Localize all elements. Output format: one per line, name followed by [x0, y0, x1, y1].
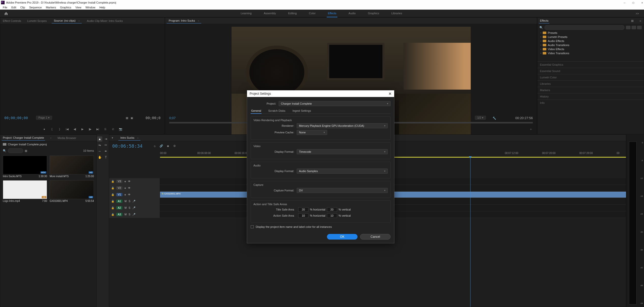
go-to-out-icon[interactable]: ▶| — [96, 127, 100, 131]
folder-audio-transitions[interactable]: ›Audio Transitions — [539, 43, 642, 47]
folder-audio-effects[interactable]: ›Audio Effects — [539, 39, 642, 43]
dialog-tab-ingest-settings[interactable]: Ingest Settings — [292, 108, 311, 114]
new-bin-icon[interactable]: ▦ — [630, 18, 635, 23]
panel-info[interactable]: Info — [537, 100, 644, 106]
marker-icon[interactable]: ◆ — [166, 144, 170, 148]
program-zoom-select[interactable]: 1/2 ▾ — [475, 116, 486, 120]
panel-markers[interactable]: Markers — [537, 87, 644, 93]
settings-icon[interactable]: ⚙ — [173, 144, 177, 148]
mute-icon[interactable]: M — [124, 213, 126, 216]
track-label[interactable]: V3 — [116, 180, 122, 183]
panel-essential-graphics[interactable]: Essential Graphics — [537, 61, 644, 68]
track-label[interactable]: V2 — [116, 186, 122, 190]
panel-menu-icon[interactable]: ≡ — [639, 18, 642, 23]
home-button[interactable] — [0, 11, 12, 16]
playhead[interactable] — [470, 158, 470, 307]
workspace-assembly[interactable]: Assembly — [263, 10, 277, 17]
eye-icon[interactable]: 👁 — [128, 193, 131, 196]
audio-display-format-select[interactable]: Audio Samples▾ — [297, 169, 388, 174]
folder-lumetri-presets[interactable]: ›Lumetri Presets — [539, 35, 642, 39]
eye-icon[interactable]: 👁 — [128, 187, 131, 189]
go-to-in-icon[interactable]: |◀ — [65, 127, 69, 131]
tab-audio-clip-mixer[interactable]: Audio Clip Mixer: Intro Sucks — [86, 18, 124, 23]
menu-markers[interactable]: Markers — [44, 6, 58, 9]
out-point-icon[interactable]: } — [58, 127, 62, 131]
title-safe-h-input[interactable] — [298, 207, 308, 212]
panel-menu-icon[interactable]: ≡ — [49, 136, 52, 140]
filter-icon[interactable]: ▦ — [25, 149, 27, 152]
capture-format-select[interactable]: DV▾ — [297, 188, 388, 193]
voice-icon[interactable]: 🎤 — [132, 213, 135, 216]
slip-tool[interactable]: ↔ — [97, 149, 102, 154]
workspace-audio[interactable]: Audio — [348, 10, 357, 17]
tab-lumetri-scopes[interactable]: Lumetri Scopes — [26, 18, 48, 23]
tab-project[interactable]: Project: Charger Install Complete — [2, 135, 45, 141]
eye-icon[interactable]: 👁 — [128, 180, 131, 183]
workspace-color[interactable]: Color — [308, 10, 317, 17]
track-label[interactable]: A3 — [116, 213, 122, 216]
window-minimize-button[interactable]: — — [624, 1, 625, 4]
action-safe-h-input[interactable] — [298, 213, 308, 218]
linked-selection-icon[interactable]: 🔗 — [159, 144, 163, 148]
video-display-format-select[interactable]: Timecode▾ — [297, 149, 388, 154]
effects-search-input[interactable] — [545, 25, 624, 30]
tab-effect-controls[interactable]: Effect Controls — [2, 18, 22, 23]
project-search-input[interactable] — [8, 148, 23, 153]
menu-sequence[interactable]: Sequence — [27, 6, 44, 9]
ok-button[interactable]: OK — [327, 234, 357, 240]
step-forward-icon[interactable]: |▶ — [88, 127, 92, 131]
accelerated-filter-icon[interactable] — [626, 26, 631, 29]
type-tool[interactable]: T — [103, 155, 108, 160]
voice-icon[interactable]: 🎤 — [132, 206, 135, 209]
button-editor-icon[interactable]: ＋ — [529, 127, 533, 131]
tab-effects[interactable]: Effects — [539, 18, 549, 23]
preview-cache-select[interactable]: None▾ — [297, 130, 327, 135]
track-label[interactable]: V1 — [116, 193, 122, 196]
play-icon[interactable]: ▶ — [80, 127, 84, 131]
window-maximize-button[interactable]: ▢ — [633, 1, 634, 4]
sync-lock-icon[interactable]: ⎈ — [124, 193, 126, 196]
workspace-overflow[interactable]: >> — [631, 12, 644, 15]
display-item-name-checkbox[interactable] — [251, 225, 254, 228]
hand-tool[interactable]: ✋ — [97, 155, 102, 160]
step-back-icon[interactable]: ◀| — [73, 127, 77, 131]
safe-margin-icon[interactable]: ▣ — [130, 116, 134, 120]
lock-icon[interactable]: 🔒 — [111, 200, 114, 203]
renderer-select[interactable]: Mercury Playback Engine GPU Acceleration… — [297, 123, 388, 128]
fit-icon[interactable]: ▦ — [125, 116, 129, 120]
lock-icon[interactable]: 🔒 — [111, 206, 114, 209]
source-timecode-left[interactable]: 00;00;00;00 — [4, 116, 28, 120]
lock-icon[interactable]: 🔒 — [111, 180, 114, 183]
menu-file[interactable]: File — [1, 6, 9, 9]
sync-lock-icon[interactable]: ⎈ — [124, 187, 126, 189]
menu-graphics[interactable]: Graphics — [58, 6, 73, 9]
folder-presets[interactable]: ›Presets — [539, 31, 642, 35]
tab-media-browser[interactable]: Media Browser — [56, 135, 77, 141]
dialog-titlebar[interactable]: Project Settings ✕ — [247, 90, 394, 97]
tab-source[interactable]: Source: (no clips) ≡ — [52, 18, 82, 23]
mute-icon[interactable]: M — [124, 200, 126, 203]
panel-history[interactable]: History — [537, 93, 644, 100]
solo-icon[interactable]: S — [129, 206, 131, 209]
title-safe-v-input[interactable] — [327, 207, 337, 212]
lock-icon[interactable]: 🔒 — [111, 193, 114, 196]
project-clip[interactable]: HD Logo Intro.mp47:00 — [3, 180, 47, 202]
track-select-tool[interactable]: ⇥ — [103, 136, 108, 142]
track-label[interactable]: A2 — [116, 206, 122, 210]
project-clip[interactable]: HD GX010001.MP45:55:54 — [50, 180, 94, 202]
pen-tool[interactable]: ✒ — [103, 149, 108, 154]
action-safe-v-input[interactable] — [327, 213, 337, 218]
lock-icon[interactable]: 🔒 — [111, 187, 114, 189]
menu-edit[interactable]: Edit — [10, 6, 18, 9]
workspace-editing[interactable]: Editing — [287, 10, 298, 17]
lock-icon[interactable]: 🔒 — [111, 213, 114, 216]
tab-program[interactable]: Program: Intro Sucks ≡ — [167, 18, 201, 23]
panel-libraries[interactable]: Libraries — [537, 80, 644, 87]
export-frame-icon[interactable]: 📷 — [119, 127, 123, 131]
menu-clip[interactable]: Clip — [19, 6, 27, 9]
solo-icon[interactable]: S — [129, 200, 131, 203]
panel-menu-icon[interactable]: ≡ — [136, 136, 139, 140]
track-label[interactable]: A1 — [116, 200, 122, 203]
yuv-filter-icon[interactable] — [637, 26, 642, 29]
window-close-button[interactable]: ✕ — [641, 1, 643, 4]
